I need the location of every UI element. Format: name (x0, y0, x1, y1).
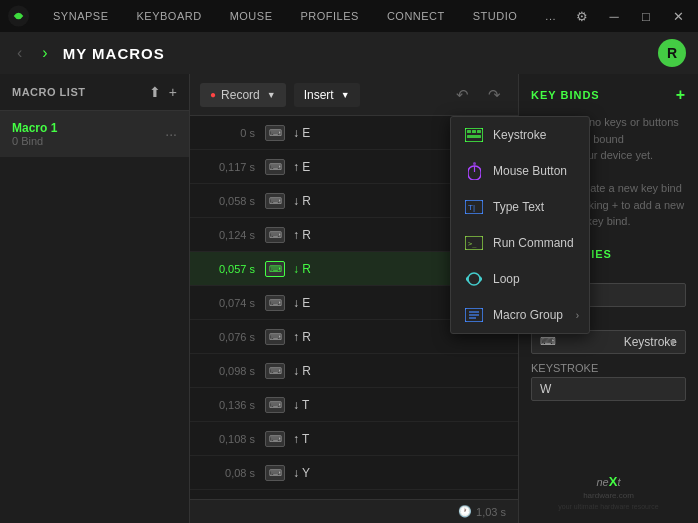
maximize-icon[interactable]: □ (634, 4, 658, 28)
kbd-icon: ⌨ (265, 431, 285, 447)
svg-point-8 (473, 162, 476, 165)
keystroke-label: KEYSTROKE (531, 362, 686, 374)
redo-button[interactable]: ↷ (480, 81, 508, 109)
timeline-time: 0,074 s (200, 297, 255, 309)
dropdown-run-command[interactable]: >_ Run Command (451, 225, 589, 261)
record-chevron-icon: ▼ (267, 90, 276, 100)
nav-studio[interactable]: STUDIO (459, 0, 532, 32)
dropdown-keystroke[interactable]: Keystroke (451, 117, 589, 153)
close-icon[interactable]: ✕ (666, 4, 690, 28)
insert-button[interactable]: Insert ▼ (294, 83, 360, 107)
dropdown-loop[interactable]: Loop (451, 261, 589, 297)
kbd-icon: ⌨ (265, 329, 285, 345)
timeline-row[interactable]: 0,08 s ⌨ ↓ Y (190, 456, 518, 490)
timeline-time: 0,136 s (200, 399, 255, 411)
topbar-icons: ⚙ ─ □ ✕ (570, 4, 690, 28)
macro-item-more-icon[interactable]: ··· (165, 126, 177, 142)
dropdown-type-text[interactable]: T| Type Text (451, 189, 589, 225)
page-title: MY MACROS (63, 45, 648, 62)
kbd-icon: ⌨ (265, 261, 285, 277)
dropdown-macro-group[interactable]: Macro Group › (451, 297, 589, 333)
macro-item-bind: 0 Bind (12, 135, 57, 147)
svg-rect-2 (467, 130, 471, 133)
mouse-button-label: Mouse Button (493, 164, 567, 178)
back-arrow[interactable]: ‹ (12, 42, 27, 64)
topbar-nav: SYNAPSE KEYBOARD MOUSE PROFILES CONNECT … (39, 0, 570, 32)
macro-group-icon (465, 306, 483, 324)
dropdown-mouse-button[interactable]: Mouse Button (451, 153, 589, 189)
insert-label: Insert (304, 88, 334, 102)
sidebar-header: MACRO LIST ⬆ + (0, 74, 189, 111)
insert-chevron-icon: ▼ (341, 90, 350, 100)
kbd-icon: ⌨ (265, 397, 285, 413)
type-text-icon: T| (465, 198, 483, 216)
nexthardware-logo: neXt hardware.com your ultimate hardware… (531, 466, 686, 511)
main-layout: MACRO LIST ⬆ + Macro 1 0 Bind ··· ● Reco… (0, 74, 698, 523)
kbd-icon: ⌨ (265, 227, 285, 243)
timeline-time: 0 s (200, 127, 255, 139)
header: ‹ › MY MACROS R (0, 32, 698, 74)
kbd-icon: ⌨ (265, 363, 285, 379)
nav-connect[interactable]: CONNECT (373, 0, 459, 32)
run-command-icon: >_ (465, 234, 483, 252)
macro-item[interactable]: Macro 1 0 Bind ··· (0, 111, 189, 157)
timeline-time: 0,057 s (200, 263, 255, 275)
loop-icon (465, 270, 483, 288)
nav-keyboard[interactable]: KEYBOARD (122, 0, 215, 32)
undo-redo-group: ↶ ↷ (448, 81, 508, 109)
timeline-row[interactable]: 0,108 s ⌨ ↑ T (190, 422, 518, 456)
export-icon[interactable]: ⬆ (149, 84, 161, 100)
timeline-time: 0,117 s (200, 161, 255, 173)
macro-group-arrow-icon: › (576, 310, 579, 321)
svg-rect-4 (477, 130, 481, 133)
macro-list-title: MACRO LIST (12, 86, 85, 98)
kbd-icon: ⌨ (265, 193, 285, 209)
settings-icon[interactable]: ⚙ (570, 4, 594, 28)
topbar: SYNAPSE KEYBOARD MOUSE PROFILES CONNECT … (0, 0, 698, 32)
macro-item-name: Macro 1 (12, 121, 57, 135)
timeline-time: 0,124 s (200, 229, 255, 241)
macro-item-info: Macro 1 0 Bind (12, 121, 57, 147)
timeline-row[interactable]: 0,098 s ⌨ ↓ R (190, 354, 518, 388)
svg-rect-5 (467, 135, 481, 138)
svg-rect-3 (472, 130, 476, 133)
sidebar-header-icons: ⬆ + (149, 84, 177, 100)
timeline-time: 0,08 s (200, 467, 255, 479)
sidebar: MACRO LIST ⬆ + Macro 1 0 Bind ··· (0, 74, 190, 523)
nav-more[interactable]: ... (531, 0, 570, 32)
keybinds-title: KEY BINDS + (531, 86, 686, 104)
minimize-icon[interactable]: ─ (602, 4, 626, 28)
center-panel: ● Record ▼ Insert ▼ ↶ ↷ 0 s ⌨ ↓ E 0,117 (190, 74, 518, 523)
macro-group-label: Macro Group (493, 308, 563, 322)
keystroke-label: Keystroke (493, 128, 546, 142)
add-macro-icon[interactable]: + (169, 84, 177, 100)
nav-profiles[interactable]: PROFILES (286, 0, 372, 32)
timeline-time: 0,076 s (200, 331, 255, 343)
keystroke-input[interactable] (531, 377, 686, 401)
loop-label: Loop (493, 272, 520, 286)
avatar[interactable]: R (658, 39, 686, 67)
timeline-row[interactable]: 0,136 s ⌨ ↓ T (190, 388, 518, 422)
razer-logo (8, 5, 29, 27)
nav-synapse[interactable]: SYNAPSE (39, 0, 122, 32)
mouse-icon (465, 162, 483, 180)
timeline-time: 0,058 s (200, 195, 255, 207)
action-select-value: Keystroke (624, 335, 677, 349)
svg-marker-13 (480, 276, 482, 282)
add-keybind-button[interactable]: + (676, 86, 686, 104)
center-footer: 🕐 1,03 s (190, 499, 518, 523)
svg-text:>_: >_ (468, 240, 477, 248)
timeline-time: 0,098 s (200, 365, 255, 377)
timeline-time: 0,108 s (200, 433, 255, 445)
forward-arrow[interactable]: › (37, 42, 52, 64)
keystroke-icon (465, 126, 483, 144)
undo-button[interactable]: ↶ (448, 81, 476, 109)
total-time: 1,03 s (476, 506, 506, 518)
svg-text:T|: T| (468, 203, 475, 212)
kbd-icon: ⌨ (265, 159, 285, 175)
run-command-label: Run Command (493, 236, 574, 250)
insert-dropdown: Keystroke Mouse Button T| Type Text >_ R… (450, 116, 590, 334)
record-label: Record (221, 88, 260, 102)
nav-mouse[interactable]: MOUSE (216, 0, 287, 32)
record-button[interactable]: ● Record ▼ (200, 83, 286, 107)
